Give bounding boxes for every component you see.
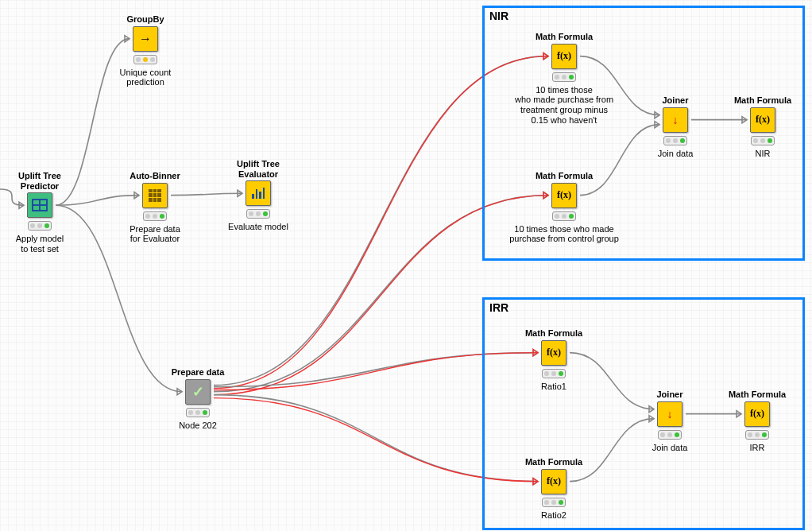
node-caption: Ratio1	[506, 382, 601, 392]
node-math-formula-irr-out[interactable]: Math Formula f(x) IRR	[710, 390, 805, 452]
node-math-formula-nir-out[interactable]: Math Formula f(x) NIR	[715, 95, 810, 158]
node-prepare-data[interactable]: Prepare data ✓ Node 202	[150, 367, 246, 430]
node-math-formula-nir-control[interactable]: Math Formula f(x) 10 times those who mad…	[497, 171, 632, 244]
node-caption: NIR	[715, 149, 810, 159]
traffic-light-icon	[542, 498, 566, 507]
node-math-formula-irr-ratio1[interactable]: Math Formula f(x) Ratio1	[506, 328, 601, 391]
node-icon: f(x)	[551, 183, 577, 208]
traffic-light-icon	[143, 211, 167, 221]
node-joiner-nir[interactable]: Joiner ↓ Join data	[628, 95, 723, 158]
traffic-light-icon	[542, 369, 566, 378]
node-math-formula-irr-ratio2[interactable]: Math Formula f(x) Ratio2	[506, 457, 601, 520]
node-title: Math Formula	[497, 32, 632, 42]
traffic-light-icon	[133, 55, 157, 64]
node-icon: f(x)	[541, 469, 566, 494]
traffic-light-icon	[186, 408, 210, 417]
node-groupby[interactable]: GroupBy → Unique countprediction	[98, 14, 193, 87]
node-title: Uplift TreeEvaluator	[211, 159, 306, 179]
node-title: Math Formula	[497, 171, 632, 181]
node-caption: Evaluate model	[211, 222, 306, 232]
traffic-light-icon	[552, 211, 576, 221]
annotation-nir-title: NIR	[489, 10, 508, 22]
traffic-light-icon	[658, 430, 682, 440]
node-uplift-tree-predictor[interactable]: Uplift TreePredictor Apply modelto test …	[0, 171, 87, 254]
node-title: Prepare data	[150, 367, 246, 378]
node-icon: ↓	[663, 107, 688, 133]
node-title: Math Formula	[710, 390, 805, 400]
node-icon: →	[133, 26, 158, 52]
node-icon	[142, 183, 168, 208]
node-caption: Node 202	[150, 421, 246, 431]
node-caption: Join data	[622, 443, 717, 453]
node-title: Math Formula	[506, 457, 601, 467]
node-title: Auto-Binner	[107, 171, 203, 181]
node-icon	[27, 192, 52, 218]
traffic-light-icon	[751, 136, 775, 145]
node-joiner-irr[interactable]: Joiner ↓ Join data	[622, 390, 717, 452]
node-title: Joiner	[628, 95, 723, 106]
node-auto-binner[interactable]: Auto-Binner Prepare datafor Evaluator	[107, 171, 203, 244]
annotation-irr-title: IRR	[489, 301, 508, 314]
node-caption: 10 times those who madepurchase from con…	[497, 224, 632, 244]
node-icon: f(x)	[744, 401, 770, 427]
traffic-light-icon	[552, 72, 576, 82]
node-caption: Prepare datafor Evaluator	[107, 224, 203, 244]
metanode-icon: ✓	[185, 379, 211, 405]
node-title: Joiner	[622, 390, 717, 400]
node-math-formula-nir-treatment[interactable]: Math Formula f(x) 10 times thosewho made…	[497, 32, 632, 125]
node-icon	[246, 180, 271, 206]
node-caption: Join data	[628, 149, 723, 159]
node-caption: Unique countprediction	[98, 68, 193, 87]
node-icon: f(x)	[750, 107, 775, 133]
node-caption: Ratio2	[506, 510, 601, 521]
traffic-light-icon	[28, 221, 52, 231]
node-icon: f(x)	[551, 44, 577, 69]
node-title: GroupBy	[98, 14, 193, 25]
node-title: Uplift TreePredictor	[0, 171, 87, 191]
traffic-light-icon	[663, 136, 687, 145]
node-caption: IRR	[710, 443, 805, 453]
traffic-light-icon	[246, 209, 270, 219]
traffic-light-icon	[745, 430, 769, 440]
node-icon: ↓	[657, 401, 682, 427]
workflow-canvas[interactable]: NIR IRR Uplift TreePredictor Apply model…	[0, 0, 812, 531]
node-uplift-tree-evaluator[interactable]: Uplift TreeEvaluator Evaluate model	[211, 159, 306, 232]
node-title: Math Formula	[715, 95, 810, 106]
node-caption: Apply modelto test set	[0, 234, 87, 254]
node-caption: 10 times thosewho made purchase fromtrea…	[497, 85, 632, 126]
node-title: Math Formula	[506, 328, 601, 339]
node-icon: f(x)	[541, 340, 566, 366]
